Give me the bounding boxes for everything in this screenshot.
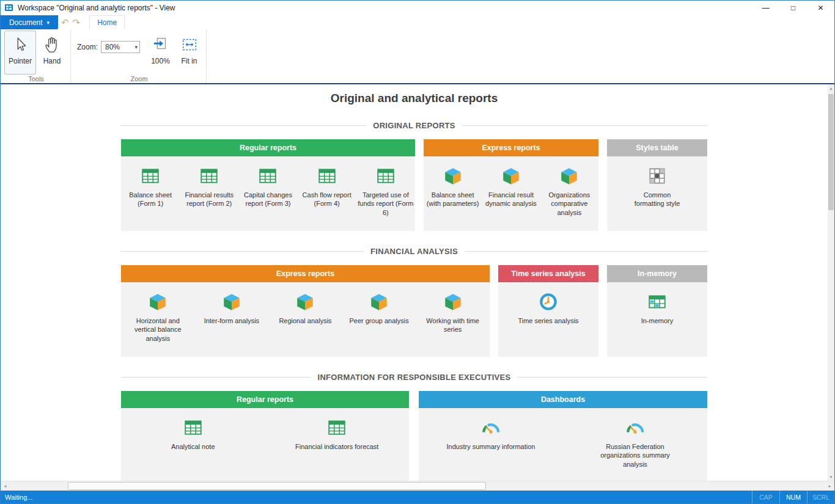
item-peer-group-analysis[interactable]: Peer group analysis — [347, 291, 411, 325]
card-regular-reports: Regular reports Balance sheet (Form 1) F… — [121, 139, 415, 231]
item-regional-analysis[interactable]: Regional analysis — [273, 291, 337, 325]
item-label: Common formatting style — [631, 191, 683, 208]
scroll-down-icon[interactable]: ▼ — [828, 473, 834, 481]
table-report-icon — [183, 417, 204, 438]
cube-icon — [369, 291, 389, 312]
tab-home-label: Home — [97, 18, 117, 27]
card-express-reports: Express reports Balance sheet (with para… — [424, 139, 598, 231]
item-russian-federation-summary-analysis[interactable]: Russian Federation organizations summary… — [589, 417, 681, 469]
zoom-100-button[interactable]: 100% — [146, 31, 175, 75]
item-label: Analytical note — [171, 442, 215, 451]
gauge-icon — [625, 417, 646, 438]
close-button[interactable]: ✕ — [807, 1, 834, 15]
item-common-formatting-style[interactable]: Common formatting style — [631, 166, 683, 208]
cube-icon — [147, 291, 168, 312]
zoom-100-label: 100% — [151, 57, 170, 66]
item-label: Russian Federation organizations summary… — [589, 442, 681, 469]
item-label: Cash flow report (Form 4) — [299, 191, 355, 208]
ribbon-tab-row: Document ▾ ↶ ↷ Home — [1, 15, 834, 29]
heading-rule-right — [465, 251, 707, 252]
item-financial-result-dynamic-analysis[interactable]: Financial result dynamic analysis — [483, 166, 539, 208]
item-targeted-use-of-funds-report[interactable]: Targeted use of funds report (Form 6) — [358, 166, 414, 217]
fit-in-button[interactable]: Fit in — [175, 31, 204, 75]
pointer-tool-button[interactable]: Pointer — [4, 31, 36, 75]
hand-tool-button[interactable]: Hand — [36, 31, 68, 75]
maximize-icon: □ — [791, 4, 795, 12]
cube-icon — [443, 291, 463, 312]
item-label: Targeted use of funds report (Form 6) — [358, 191, 414, 217]
hand-tool-label: Hand — [43, 57, 61, 66]
table-report-icon — [375, 166, 396, 186]
item-balance-sheet-form1[interactable]: Balance sheet (Form 1) — [122, 166, 178, 208]
scroll-up-icon[interactable]: ▲ — [828, 84, 834, 92]
gauge-icon — [480, 417, 501, 438]
document-menu-button[interactable]: Document ▾ — [1, 15, 58, 29]
chevron-down-icon: ▾ — [134, 44, 138, 50]
item-working-with-time-series[interactable]: Working with time series — [421, 291, 485, 334]
item-cash-flow-report[interactable]: Cash flow report (Form 4) — [299, 166, 355, 208]
item-label: Industry summary information — [447, 442, 535, 451]
card-header: Dashboards — [419, 391, 707, 408]
horizontal-scrollbar[interactable]: ◄ ► — [1, 481, 834, 491]
status-indicators: CAP NUM SCRL — [752, 491, 834, 503]
num-lock-indicator: NUM — [779, 491, 807, 503]
document-area: Original and analytical reports ORIGINAL… — [1, 84, 834, 481]
vertical-scrollbar[interactable]: ▲ ▼ — [828, 84, 834, 481]
fit-in-label: Fit in — [182, 57, 197, 66]
table-report-icon — [326, 417, 347, 438]
item-horizontal-vertical-balance-analysis[interactable]: Horizontal and vertical balance analysis — [126, 291, 189, 343]
item-inter-form-analysis[interactable]: Inter-form analysis — [200, 291, 263, 325]
minimize-icon: — — [762, 4, 770, 12]
item-label: Horizontal and vertical balance analysis — [126, 316, 189, 343]
scroll-left-icon[interactable]: ◄ — [1, 481, 10, 491]
scroll-right-icon[interactable]: ► — [825, 481, 834, 491]
table-report-icon — [199, 166, 219, 186]
tab-home[interactable]: Home — [89, 15, 125, 29]
card-time-series-analysis: Time series analysis Time series analysi… — [498, 265, 598, 357]
item-label: Inter-form analysis — [204, 316, 259, 325]
item-organizations-comparative-analysis[interactable]: Organizations comparative analysis — [541, 166, 597, 217]
zoom-dropdown[interactable]: 80% ▾ — [101, 41, 140, 53]
item-balance-sheet-with-parameters[interactable]: Balance sheet (with parameters) — [425, 166, 481, 208]
item-industry-summary-information[interactable]: Industry summary information — [445, 417, 537, 451]
style-grid-icon — [647, 166, 668, 186]
scroll-lock-indicator: SCRL — [807, 491, 834, 503]
item-label: Regional analysis — [279, 316, 331, 325]
clock-icon — [538, 291, 559, 312]
card-express-reports-analysis: Express reports Horizontal and vertical … — [121, 265, 490, 357]
vertical-scrollbar-thumb[interactable] — [828, 94, 834, 210]
item-label: Organizations comparative analysis — [541, 191, 597, 217]
card-styles-table: Styles table Common formatting style — [607, 139, 707, 231]
card-header: Express reports — [121, 265, 490, 282]
item-in-memory[interactable]: In-memory — [617, 291, 697, 325]
pointer-tool-label: Pointer — [9, 57, 32, 66]
item-label: Peer group analysis — [349, 316, 408, 325]
item-label: Financial result dynamic analysis — [483, 191, 539, 208]
card-header: Time series analysis — [498, 265, 598, 282]
item-capital-changes-report[interactable]: Capital changes report (Form 3) — [240, 166, 296, 208]
table-report-icon — [257, 166, 278, 186]
window-controls: — □ ✕ — [752, 1, 834, 15]
item-label: Balance sheet (with parameters) — [425, 191, 481, 208]
quick-access-toolbar: ↶ ↷ — [58, 15, 83, 29]
section-heading: FINANCIAL ANALYSIS — [121, 247, 707, 256]
heading-rule-left — [121, 125, 366, 126]
item-label: Financial results report (Form 2) — [181, 191, 237, 208]
zoom-field-label: Zoom: — [77, 43, 98, 51]
item-label: Working with time series — [421, 316, 485, 334]
section-original-reports: ORIGINAL REPORTS Regular reports Balance… — [121, 121, 707, 231]
zoom-control: Zoom: 80% ▾ — [77, 41, 140, 53]
item-analytical-note[interactable]: Analytical note — [147, 417, 239, 451]
heading-rule-right — [462, 125, 707, 126]
redo-icon[interactable]: ↷ — [73, 18, 81, 27]
maximize-button[interactable]: □ — [779, 1, 807, 15]
horizontal-scrollbar-thumb[interactable] — [68, 482, 486, 490]
minimize-button[interactable]: — — [752, 1, 779, 15]
heading-rule-left — [121, 251, 364, 252]
item-financial-results-report[interactable]: Financial results report (Form 2) — [181, 166, 237, 208]
item-time-series-analysis[interactable]: Time series analysis — [509, 291, 588, 325]
zoom-100-icon — [152, 35, 170, 54]
status-bar: Waiting... CAP NUM SCRL — [1, 491, 834, 503]
undo-icon[interactable]: ↶ — [61, 18, 69, 27]
item-financial-indicators-forecast[interactable]: Financial indicators forecast — [291, 417, 383, 451]
